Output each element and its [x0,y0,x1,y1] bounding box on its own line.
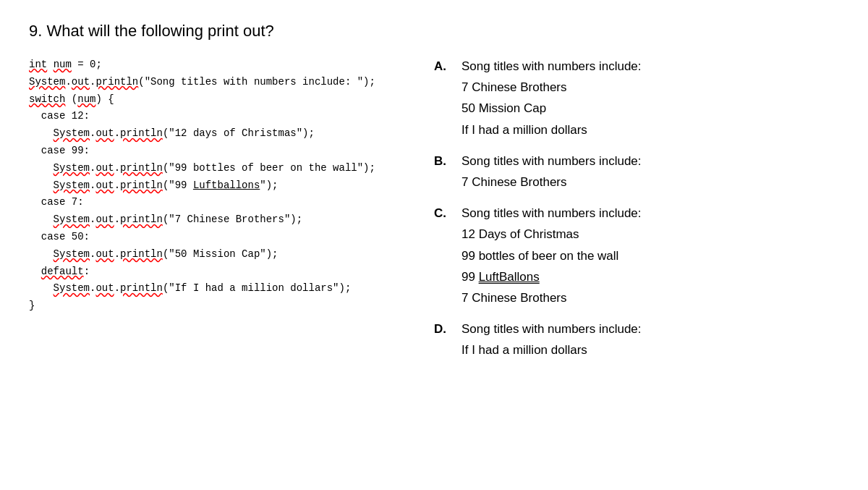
code-line-1: int num = 0; [29,56,405,74]
answer-c-line-4: 99 LuftBallons [461,267,642,287]
answer-b: B. Song titles with numbers include: 7 C… [434,151,839,192]
code-line-4: case 12: [29,108,405,125]
answer-b-content: Song titles with numbers include: 7 Chin… [461,151,642,192]
answer-a-letter: A. [434,56,451,76]
answer-c-content: Song titles with numbers include: 12 Day… [461,203,642,308]
answers-section: A. Song titles with numbers include: 7 C… [434,56,839,371]
answer-c-letter: C. [434,203,451,223]
answer-d-letter: D. [434,319,451,339]
answer-c-line-5: 7 Chinese Brothers [461,288,642,308]
answer-b-line-1: Song titles with numbers include: [461,151,642,171]
code-line-7: System.out.println("99 bottles of beer o… [29,160,405,177]
code-line-15: } [29,297,405,315]
main-layout: int num = 0; System.out.println("Song ti… [29,56,839,371]
answer-d-line-1: Song titles with numbers include: [461,319,642,339]
code-line-5: System.out.println("12 days of Christmas… [29,125,405,143]
answer-a-line-4: If I had a million dollars [461,120,642,140]
code-line-14: System.out.println("If I had a million d… [29,280,405,297]
code-line-12: System.out.println("50 Mission Cap"); [29,246,405,263]
question-text: What will the following print out? [46,22,273,40]
answer-d-line-2: If I had a million dollars [461,340,642,360]
code-line-2: System.out.println("Song titles with num… [29,74,405,91]
answer-d-content: Song titles with numbers include: If I h… [461,319,642,360]
code-line-10: System.out.println("7 Chinese Brothers")… [29,211,405,229]
answer-a-line-2: 7 Chinese Brothers [461,77,642,97]
answer-b-line-2: 7 Chinese Brothers [461,172,642,192]
answer-c: C. Song titles with numbers include: 12 … [434,203,839,308]
code-line-6: case 99: [29,143,405,160]
answer-c-line-1: Song titles with numbers include: [461,203,642,223]
code-line-8: System.out.println("99 Luftballons"); [29,177,405,195]
answer-c-line-2: 12 Days of Christmas [461,224,642,244]
code-section: int num = 0; System.out.println("Song ti… [29,56,405,315]
code-line-13: default: [29,263,405,281]
code-line-11: case 50: [29,229,405,246]
answer-a-line-3: 50 Mission Cap [461,98,642,118]
answer-d: D. Song titles with numbers include: If … [434,319,839,360]
answer-a-content: Song titles with numbers include: 7 Chin… [461,56,642,140]
question-title: 9. What will the following print out? [29,22,839,41]
answer-b-letter: B. [434,151,451,171]
answer-a-line-1: Song titles with numbers include: [461,56,642,76]
code-line-3: switch (num) { [29,91,405,109]
answer-c-line-3: 99 bottles of beer on the wall [461,246,642,266]
answer-a: A. Song titles with numbers include: 7 C… [434,56,839,140]
code-line-9: case 7: [29,194,405,211]
